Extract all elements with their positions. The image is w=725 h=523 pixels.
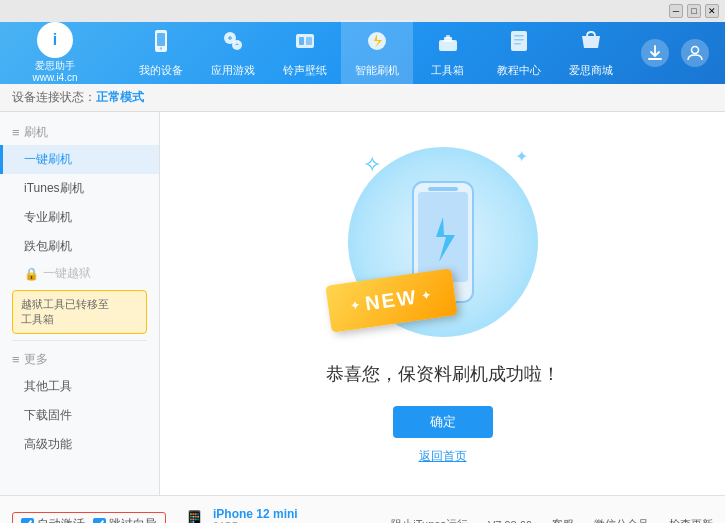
- download-btn[interactable]: [641, 39, 669, 67]
- nav-apps-games-label: 应用游戏: [211, 63, 255, 78]
- skip-wizard-checkbox[interactable]: [93, 518, 106, 523]
- nav-shop-label: 爱思商城: [569, 63, 613, 78]
- bottom-right-group: 阻止iTunes运行 V7.98.66 客服 微信公众号 检查更新: [391, 517, 713, 523]
- logo-name: 爱思助手: [32, 60, 77, 72]
- device-block: 📱 iPhone 12 mini 64GB Down-12mini-13.1: [174, 503, 306, 524]
- nav-items: 我的设备 应用游戏 铃声壁纸 智能刷机 工具箱: [110, 20, 641, 86]
- svg-rect-1: [157, 33, 165, 46]
- auto-connect-label: 自动激活: [37, 516, 85, 523]
- sidebar-item-other-tools[interactable]: 其他工具: [0, 372, 159, 401]
- new-badge-star-right: ✦: [420, 288, 433, 302]
- device-text: iPhone 12 mini 64GB Down-12mini-13.1: [213, 507, 298, 524]
- svg-rect-20: [428, 187, 458, 191]
- nav-tutorial-label: 教程中心: [497, 63, 541, 78]
- new-badge-star-left: ✦: [349, 298, 362, 312]
- status-value: 正常模式: [96, 89, 144, 106]
- svg-rect-12: [511, 31, 527, 51]
- auto-connect-checkbox[interactable]: [21, 518, 34, 523]
- svg-rect-11: [446, 35, 450, 39]
- sidebar-item-itunes-flash[interactable]: iTunes刷机: [0, 174, 159, 203]
- nav-my-device[interactable]: 我的设备: [125, 20, 197, 86]
- nav-right: [641, 39, 725, 67]
- nav-smart-flash-label: 智能刷机: [355, 63, 399, 78]
- phone-illustration: ✧ ✦ ✦ NEW ✦: [343, 142, 543, 342]
- nav-apps-games[interactable]: 应用游戏: [197, 20, 269, 86]
- sidebar-more-header: ≡ 更多: [0, 347, 159, 372]
- sidebar-flash-header: ≡ 刷机: [0, 120, 159, 145]
- return-link[interactable]: 返回首页: [419, 448, 467, 465]
- sidebar: ≡ 刷机 一键刷机 iTunes刷机 专业刷机 跌包刷机 🔒 一键越狱 越狱工具…: [0, 112, 160, 495]
- status-bar: 设备连接状态： 正常模式: [0, 84, 725, 112]
- customer-service-link[interactable]: 客服: [552, 517, 574, 523]
- main-area: ≡ 刷机 一键刷机 iTunes刷机 专业刷机 跌包刷机 🔒 一键越狱 越狱工具…: [0, 112, 725, 495]
- svg-point-2: [159, 47, 161, 49]
- wechat-link[interactable]: 微信公众号: [594, 517, 649, 523]
- sidebar-item-one-click-flash[interactable]: 一键刷机: [0, 145, 159, 174]
- nav-shop[interactable]: 爱思商城: [555, 20, 627, 86]
- sidebar-notice: 越狱工具已转移至工具箱: [12, 290, 147, 334]
- sidebar-item-download-firmware[interactable]: 下载固件: [0, 401, 159, 430]
- sidebar-item-pro-flash[interactable]: 专业刷机: [0, 203, 159, 232]
- version-label: V7.98.66: [488, 519, 532, 524]
- sparkle-1: ✧: [363, 152, 381, 178]
- my-device-icon: [148, 28, 174, 60]
- check-update-link[interactable]: 检查更新: [669, 517, 713, 523]
- svg-rect-13: [514, 35, 524, 37]
- close-btn[interactable]: ✕: [705, 4, 719, 18]
- nav-my-device-label: 我的设备: [139, 63, 183, 78]
- toolbox-icon: [435, 28, 461, 60]
- skip-wizard-label: 跳过向导: [109, 516, 157, 523]
- ringtone-icon: [292, 28, 318, 60]
- apps-games-icon: [220, 28, 246, 60]
- notice-text: 越狱工具已转移至工具箱: [21, 298, 109, 325]
- more-section-label: 更多: [24, 351, 48, 368]
- logo-area: i 爱思助手 www.i4.cn: [0, 16, 110, 90]
- tutorial-icon: [506, 28, 532, 60]
- bottom-info-row: 自动激活 跳过向导 📱 iPhone 12 mini 64GB Down-12m…: [0, 495, 725, 523]
- svg-rect-6: [299, 37, 304, 45]
- confirm-button[interactable]: 确定: [393, 406, 493, 438]
- logo-url: www.i4.cn: [32, 72, 77, 84]
- nav-toolbox[interactable]: 工具箱: [413, 20, 483, 86]
- minimize-btn[interactable]: ─: [669, 4, 683, 18]
- device-phone-icon: 📱: [182, 509, 207, 524]
- top-nav: i 爱思助手 www.i4.cn 我的设备 应用游戏 铃声壁纸: [0, 22, 725, 84]
- svg-rect-15: [514, 43, 521, 45]
- nav-ringtone-label: 铃声壁纸: [283, 63, 327, 78]
- nav-tutorial[interactable]: 教程中心: [483, 20, 555, 86]
- logo-icon: i: [37, 22, 73, 58]
- itunes-status: 阻止iTunes运行: [391, 517, 468, 523]
- svg-rect-7: [306, 37, 312, 45]
- nav-toolbox-label: 工具箱: [431, 63, 464, 78]
- more-section-icon: ≡: [12, 352, 20, 367]
- content-area: ✧ ✦ ✦ NEW ✦ 恭喜您，保资料刷机成功啦！ 确定 返回首页: [160, 112, 725, 495]
- lock-icon: 🔒: [24, 267, 39, 281]
- auto-connect-checkbox-group[interactable]: 自动激活: [21, 516, 85, 523]
- shop-icon: [578, 28, 604, 60]
- sparkle-2: ✦: [515, 147, 528, 166]
- checkbox-border-box: 自动激活 跳过向导: [12, 512, 166, 523]
- sidebar-item-pkg-flash[interactable]: 跌包刷机: [0, 232, 159, 261]
- new-badge-text: NEW: [363, 285, 418, 315]
- device-name: iPhone 12 mini: [213, 507, 298, 521]
- svg-point-17: [692, 47, 699, 54]
- nav-ringtone[interactable]: 铃声壁纸: [269, 20, 341, 86]
- flash-section-label: 刷机: [24, 124, 48, 141]
- status-prefix: 设备连接状态：: [12, 89, 96, 106]
- sidebar-divider: [12, 340, 147, 341]
- smart-flash-icon: [364, 28, 390, 60]
- svg-rect-16: [648, 58, 662, 60]
- sidebar-item-jailbreak: 🔒 一键越狱: [0, 261, 159, 286]
- maximize-btn[interactable]: □: [687, 4, 701, 18]
- skip-wizard-checkbox-group[interactable]: 跳过向导: [93, 516, 157, 523]
- sidebar-item-advanced[interactable]: 高级功能: [0, 430, 159, 459]
- success-title: 恭喜您，保资料刷机成功啦！: [326, 362, 560, 386]
- bottom-left-group: 自动激活 跳过向导 📱 iPhone 12 mini 64GB Down-12m…: [12, 503, 306, 524]
- svg-rect-14: [514, 39, 524, 41]
- user-btn[interactable]: [681, 39, 709, 67]
- nav-smart-flash[interactable]: 智能刷机: [341, 20, 413, 86]
- flash-section-icon: ≡: [12, 125, 20, 140]
- jailbreak-label: 一键越狱: [43, 265, 91, 282]
